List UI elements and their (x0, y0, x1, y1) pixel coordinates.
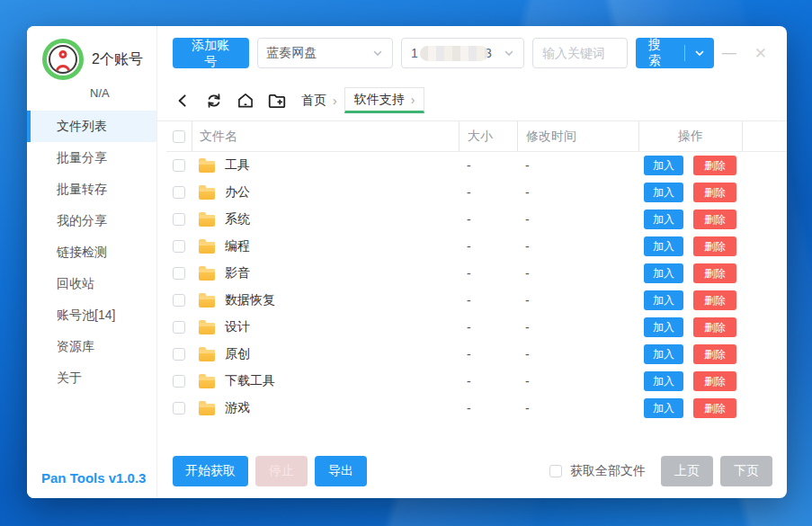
table-row: 系统 - - 加入 删除 (166, 206, 787, 233)
row-checkbox[interactable] (173, 213, 185, 226)
search-split-button[interactable]: 搜索 (636, 38, 714, 68)
row-checkbox[interactable] (173, 159, 185, 172)
file-name[interactable]: 数据恢复 (225, 292, 275, 308)
join-button[interactable]: 加入 (644, 371, 683, 391)
row-checkbox[interactable] (173, 321, 185, 334)
start-fetch-button[interactable]: 开始获取 (173, 456, 248, 486)
file-name[interactable]: 系统 (225, 211, 250, 227)
delete-button[interactable]: 删除 (693, 317, 736, 337)
delete-button[interactable]: 删除 (693, 398, 736, 418)
folder-icon (199, 404, 215, 415)
account-avatar-icon[interactable] (42, 39, 84, 80)
join-button[interactable]: 加入 (644, 290, 683, 310)
app-window: 2个账号 N/A 文件列表 批量分享 批量转存 我的分享 链接检测 回收站 账号… (27, 26, 787, 498)
join-button[interactable]: 加入 (644, 263, 683, 283)
column-header-name: 文件名 (192, 121, 459, 151)
file-name[interactable]: 编程 (225, 238, 250, 254)
refresh-icon[interactable] (204, 91, 224, 111)
file-name[interactable]: 设计 (225, 319, 250, 335)
delete-button[interactable]: 删除 (693, 210, 736, 229)
join-button[interactable]: 加入 (644, 210, 683, 229)
prev-page-button[interactable]: 上页 (661, 456, 713, 486)
file-size: - (459, 266, 517, 281)
sidebar-item[interactable]: 批量转存 (27, 174, 156, 205)
drive-select-value: 蓝奏网盘 (267, 45, 317, 61)
sidebar-item[interactable]: 账号池[14] (27, 299, 156, 331)
file-table: 文件名 大小 修改时间 操作 工具 - - 加入 删除 办公 - - (166, 121, 787, 422)
delete-button[interactable]: 删除 (693, 156, 736, 175)
folder-icon (199, 323, 215, 334)
add-account-button[interactable]: 添加账号 (173, 38, 249, 68)
home-icon[interactable] (236, 91, 255, 111)
join-button[interactable]: 加入 (644, 398, 683, 418)
row-checkbox[interactable] (173, 240, 185, 253)
breadcrumb-separator: › (411, 93, 415, 107)
row-checkbox[interactable] (173, 402, 185, 415)
file-modified: - (517, 212, 638, 227)
sidebar-item[interactable]: 回收站 (27, 268, 156, 299)
delete-button[interactable]: 删除 (693, 263, 736, 283)
delete-button[interactable]: 删除 (693, 236, 736, 256)
pagination: 上页 下页 (661, 456, 772, 486)
fetch-all-checkbox[interactable] (549, 465, 562, 477)
user-icon (49, 45, 77, 74)
close-button[interactable]: ✕ (754, 44, 767, 63)
delete-button[interactable]: 删除 (693, 290, 736, 310)
file-name[interactable]: 原创 (225, 346, 250, 362)
join-button[interactable]: 加入 (644, 183, 683, 202)
file-name[interactable]: 影音 (225, 265, 250, 281)
folder-icon (199, 269, 215, 281)
breadcrumb-home[interactable]: 首页 › (301, 93, 337, 109)
table-body: 工具 - - 加入 删除 办公 - - 加入 删除 系统 - - 加入 (166, 152, 787, 422)
delete-button[interactable]: 删除 (693, 371, 736, 391)
stop-button[interactable]: 停止 (255, 456, 308, 486)
row-checkbox[interactable] (173, 375, 185, 388)
next-page-button[interactable]: 下页 (720, 456, 772, 486)
minimize-button[interactable]: — (722, 45, 736, 61)
file-name[interactable]: 工具 (225, 157, 250, 174)
account-name: N/A (90, 86, 156, 100)
sidebar-item[interactable]: 链接检测 (27, 236, 156, 268)
delete-button[interactable]: 删除 (693, 183, 736, 202)
row-checkbox[interactable] (173, 186, 185, 199)
row-checkbox[interactable] (173, 267, 185, 280)
join-button[interactable]: 加入 (644, 156, 683, 175)
bottom-bar: 开始获取 停止 导出 获取全部文件 上页 下页 (157, 448, 787, 498)
chevron-down-icon (694, 48, 705, 58)
new-folder-icon[interactable] (267, 91, 287, 111)
search-dropdown-button[interactable] (685, 48, 714, 58)
table-row: 下载工具 - - 加入 删除 (166, 368, 787, 395)
sidebar-item[interactable]: 文件列表 (27, 111, 156, 142)
file-name[interactable]: 下载工具 (225, 373, 275, 389)
file-size: - (459, 239, 517, 254)
back-icon[interactable] (173, 91, 192, 111)
breadcrumb-current-tab[interactable]: 软件支持 › (344, 87, 425, 113)
file-modified: - (517, 374, 638, 388)
account-select[interactable]: 1 3 (401, 38, 524, 68)
sidebar-item[interactable]: 批量分享 (27, 142, 156, 174)
file-modified: - (517, 293, 638, 308)
table-row: 工具 - - 加入 删除 (166, 152, 787, 179)
row-checkbox[interactable] (173, 294, 185, 307)
keyword-input[interactable] (532, 38, 628, 68)
join-button[interactable]: 加入 (644, 344, 683, 364)
row-checkbox[interactable] (173, 348, 185, 361)
sidebar-item[interactable]: 关于 (27, 362, 156, 394)
export-button[interactable]: 导出 (315, 456, 367, 486)
delete-button[interactable]: 删除 (693, 344, 736, 364)
file-name[interactable]: 办公 (225, 184, 250, 201)
table-row: 游戏 - - 加入 删除 (166, 395, 787, 422)
file-name[interactable]: 游戏 (225, 400, 250, 416)
folder-icon (199, 350, 215, 361)
folder-icon (199, 377, 215, 388)
sidebar-item[interactable]: 我的分享 (27, 205, 156, 236)
sidebar-item[interactable]: 资源库 (27, 331, 156, 362)
drive-select[interactable]: 蓝奏网盘 (257, 38, 394, 68)
table-row: 影音 - - 加入 删除 (166, 260, 787, 287)
folder-icon (199, 215, 215, 227)
column-header-modified: 修改时间 (517, 121, 638, 151)
search-button[interactable]: 搜索 (636, 37, 684, 69)
join-button[interactable]: 加入 (644, 236, 683, 256)
join-button[interactable]: 加入 (644, 317, 683, 337)
select-all-checkbox[interactable] (173, 130, 185, 143)
